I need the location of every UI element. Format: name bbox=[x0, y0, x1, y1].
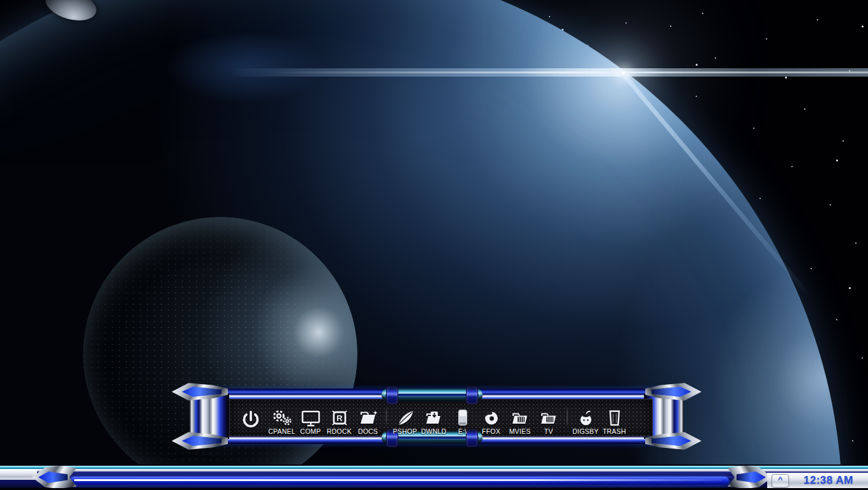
sun-beam-core bbox=[268, 71, 868, 73]
dock-item-pshop[interactable]: PSHOP bbox=[391, 408, 419, 435]
dock-item-label: DWNLD bbox=[421, 427, 447, 435]
dock-item-label: PSHOP bbox=[393, 427, 417, 435]
dock-item-digsby[interactable]: DIGSBY bbox=[571, 408, 600, 435]
trash-can-icon bbox=[606, 408, 623, 427]
svg-text:R: R bbox=[336, 413, 343, 423]
documents-folder-icon bbox=[358, 408, 378, 427]
sun-flare bbox=[622, 72, 625, 75]
dock-item-rdock[interactable]: R RDOCK bbox=[325, 408, 354, 435]
dock-item-edrive[interactable]: E:\ bbox=[448, 408, 477, 435]
dock-item-ffox[interactable]: FFOX bbox=[477, 408, 505, 435]
dock-item-label: RDOCK bbox=[327, 427, 352, 435]
dock-item-docs[interactable]: DOCS bbox=[354, 408, 382, 435]
dock-item-tv[interactable]: TV bbox=[534, 408, 563, 435]
drive-icon bbox=[455, 408, 470, 427]
taskbar: ^ 12:38 AM bbox=[0, 464, 868, 490]
digsby-icon bbox=[577, 408, 595, 427]
photoshop-feather-icon bbox=[396, 408, 415, 427]
tv-folder-icon bbox=[539, 408, 559, 427]
dock-item-label: E:\ bbox=[458, 427, 467, 435]
dock-items-row: CPANEL COMP R RDOCK bbox=[232, 398, 650, 437]
downloads-folder-icon bbox=[424, 408, 444, 427]
dock-item-comp[interactable]: COMP bbox=[296, 408, 325, 435]
dock-left-cap bbox=[190, 394, 229, 439]
taskbar-tray: ^ 12:38 AM bbox=[767, 473, 868, 488]
dock-item-label: TV bbox=[544, 427, 553, 435]
computer-monitor-icon bbox=[301, 408, 321, 427]
dock-item-label: DIGSBY bbox=[572, 427, 599, 435]
dock-separator bbox=[563, 398, 571, 435]
taskbar-glow-band bbox=[70, 477, 729, 485]
firefox-icon bbox=[482, 408, 501, 427]
dock-item-trash[interactable]: TRASH bbox=[600, 408, 629, 435]
dock-item-cpanel[interactable]: CPANEL bbox=[267, 408, 296, 435]
movies-folder-icon bbox=[510, 408, 530, 427]
control-panel-gears-icon bbox=[271, 408, 293, 427]
dock-item-label: DOCS bbox=[358, 427, 378, 435]
small-dark-moon bbox=[83, 217, 357, 490]
dock-item-mvies[interactable]: MVIES bbox=[505, 408, 534, 435]
dock-item-label: COMP bbox=[300, 427, 320, 435]
star-field-bright bbox=[0, 0, 2, 2]
dock-item-power[interactable] bbox=[234, 406, 267, 435]
dock-separator bbox=[382, 398, 391, 435]
dock-item-dwnld[interactable]: DWNLD bbox=[419, 408, 448, 435]
dock-item-label: CPANEL bbox=[268, 427, 295, 435]
dock-item-label: MVIES bbox=[509, 427, 531, 435]
rocketdock-icon: R bbox=[330, 408, 349, 427]
dock-item-label: TRASH bbox=[602, 427, 626, 435]
tray-expand-button[interactable]: ^ bbox=[772, 474, 789, 487]
taskbar-left-cap bbox=[0, 469, 37, 480]
planet-glow-patch bbox=[166, 31, 326, 104]
taskbar-clock[interactable]: 12:38 AM bbox=[789, 474, 868, 487]
dock-item-label: FFOX bbox=[482, 427, 500, 435]
rocketdock-bar: CPANEL COMP R RDOCK bbox=[182, 385, 691, 447]
power-icon bbox=[239, 406, 262, 432]
